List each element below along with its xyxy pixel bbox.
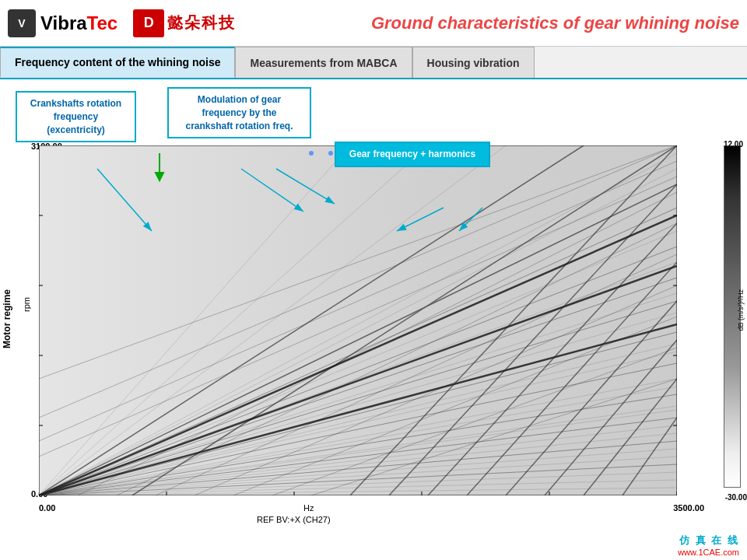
waterfall-chart [39, 145, 677, 495]
vibratec-icon: V [8, 9, 36, 37]
tab-housing-vibration[interactable]: Housing vibration [412, 47, 535, 78]
y-axis-motor-label: Motor regime [2, 289, 12, 348]
annotation-gear: Gear frequency + harmonics [335, 142, 490, 167]
footer: 仿 真 在 线 www.1CAE.com [678, 534, 739, 557]
logo-chinese: 懿朵科技 [167, 12, 236, 33]
logo-d-box: D [133, 9, 164, 37]
x-ref-label: REF BV:+X (CH27) [257, 515, 331, 524]
x-axis-left: 0.00 [39, 503, 55, 513]
colorbar-unit-label: dB (m/s²)²/Hz [737, 289, 745, 331]
annotation-crankshaft: Crankshafts rotation frequency (excentri… [16, 91, 136, 142]
header: V VibraTec D 懿朵科技 Ground characteristics… [0, 0, 747, 47]
tab-measurements[interactable]: Measurements from MABCA [235, 47, 412, 78]
waterfall-svg [39, 145, 677, 495]
annotation-modulation: Modulation of gear frequency by the cran… [167, 87, 311, 138]
y-axis-rpm-label: rpm [22, 297, 31, 312]
logo-vibra: Vibra [40, 12, 87, 34]
footer-url: www.1CAE.com [678, 548, 739, 557]
tab-bar: Frequency content of the whining noise M… [0, 47, 747, 79]
yiduo-logo: D 懿朵科技 [133, 9, 236, 37]
main-content: Crankshafts rotation frequency (excentri… [0, 79, 747, 560]
footer-chinese: 仿 真 在 线 [678, 534, 739, 548]
colorbar-bottom-value: -30.00 [725, 493, 747, 502]
x-axis-hz-label: Hz [303, 503, 314, 513]
svg-rect-1 [39, 145, 677, 495]
page-title: Ground characteristics of gear whining n… [251, 13, 739, 33]
x-axis-right: 3500.00 [673, 503, 704, 513]
logo-tec: Tec [87, 12, 118, 34]
colorbar-top-value: 12.00 [724, 140, 743, 149]
svg-point-77 [328, 151, 333, 156]
svg-point-76 [309, 151, 314, 156]
tab-frequency-content[interactable]: Frequency content of the whining noise [0, 47, 235, 78]
vibratec-logo: V VibraTec [8, 9, 117, 37]
